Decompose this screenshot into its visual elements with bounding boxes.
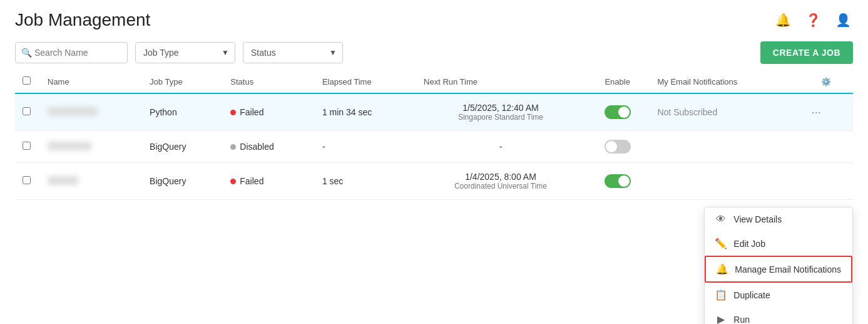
col-elapsed-time: Elapsed Time — [315, 70, 416, 93]
search-icon: 🔍 — [21, 48, 32, 58]
elapsed-time-cell: - — [315, 131, 416, 163]
row-actions-button[interactable]: ··· — [807, 103, 826, 121]
status-dot — [230, 179, 236, 184]
search-wrap: 🔍 — [15, 42, 128, 63]
next-run-cell: 1/4/2025, 8:00 AMCoordinated Universal T… — [416, 163, 585, 200]
email-notif-cell: Not Subscribed — [650, 93, 799, 131]
enable-toggle[interactable] — [605, 174, 631, 188]
job-status-cell: Failed — [223, 93, 315, 131]
col-gear[interactable]: ⚙️ — [799, 70, 853, 93]
job-type-cell: Python — [142, 93, 223, 131]
col-name: Name — [40, 70, 142, 93]
select-all-checkbox[interactable] — [23, 76, 31, 85]
next-run-time: 1/5/2025, 12:40 AM — [424, 103, 578, 113]
job-name — [40, 163, 142, 200]
email-notif-cell — [650, 163, 799, 200]
help-icon[interactable]: ❓ — [803, 10, 823, 30]
account-icon[interactable]: 👤 — [833, 10, 853, 30]
status-dropdown-wrap: Status Failed Disabled Success ▼ — [243, 42, 343, 63]
job-status-cell: Disabled — [223, 131, 315, 163]
job-name-text — [48, 176, 79, 185]
job-type-dropdown[interactable]: Job Type Python BigQuery — [135, 42, 235, 63]
elapsed-time-cell: 1 min 34 sec — [315, 93, 416, 131]
enable-toggle[interactable] — [605, 140, 631, 154]
status-label: Failed — [240, 107, 263, 117]
status-label: Failed — [240, 176, 263, 186]
enable-cell — [585, 93, 650, 131]
status-dropdown[interactable]: Status Failed Disabled Success — [243, 42, 343, 63]
row-checkbox[interactable] — [23, 142, 31, 150]
email-notif-cell — [650, 131, 799, 163]
col-status: Status — [223, 70, 315, 93]
status-label: Disabled — [240, 142, 273, 152]
row-actions-cell[interactable] — [799, 131, 853, 163]
toggle-knob — [618, 175, 630, 187]
next-run-timezone: Coordinated Universal Time — [424, 182, 578, 191]
col-next-run-time: Next Run Time — [416, 70, 585, 93]
row-actions-cell[interactable]: ··· — [799, 93, 853, 131]
table-row: PythonFailed1 min 34 sec1/5/2025, 12:40 … — [15, 93, 853, 131]
job-type-dropdown-wrap: Job Type Python BigQuery ▼ — [135, 42, 235, 63]
status-dot — [230, 110, 236, 115]
enable-cell — [585, 163, 650, 200]
jobs-table: Name Job Type Status Elapsed Time Next R… — [15, 70, 853, 200]
job-type-cell: BigQuery — [142, 131, 223, 163]
jobs-table-wrap: Name Job Type Status Elapsed Time Next R… — [0, 70, 868, 200]
col-job-type: Job Type — [142, 70, 223, 93]
next-run-time: 1/4/2025, 8:00 AM — [424, 172, 578, 182]
row-checkbox[interactable] — [23, 107, 31, 115]
enable-cell — [585, 131, 650, 163]
job-name-text — [48, 142, 91, 150]
toggle-knob — [618, 107, 630, 118]
next-run-cell: 1/5/2025, 12:40 AMSingapore Standard Tim… — [416, 93, 585, 131]
job-name-text — [48, 107, 98, 116]
job-name — [40, 131, 142, 163]
page-title: Job Management — [15, 10, 150, 30]
row-checkbox[interactable] — [23, 176, 31, 184]
col-email-notif: My Email Notifications — [650, 70, 799, 93]
next-run-cell: - — [416, 131, 585, 163]
header-icons: 🔔 ❓ 👤 — [773, 10, 853, 30]
elapsed-time-cell: 1 sec — [315, 163, 416, 200]
job-status-cell: Failed — [223, 163, 315, 200]
toolbar: 🔍 Job Type Python BigQuery ▼ Status Fail… — [0, 35, 868, 70]
table-row: BigQueryDisabled-- — [15, 131, 853, 163]
toggle-knob — [606, 141, 617, 152]
search-input[interactable] — [15, 42, 128, 63]
table-row: BigQueryFailed1 sec1/4/2025, 8:00 AMCoor… — [15, 163, 853, 200]
create-job-button[interactable]: CREATE A JOB — [760, 41, 853, 64]
job-name — [40, 93, 142, 131]
job-type-cell: BigQuery — [142, 163, 223, 200]
status-dot — [230, 144, 236, 150]
enable-toggle[interactable] — [605, 105, 631, 119]
col-enable: Enable — [585, 70, 650, 93]
next-run-timezone: Singapore Standard Time — [424, 113, 578, 122]
row-actions-cell[interactable] — [799, 163, 853, 200]
notification-icon[interactable]: 🔔 — [773, 10, 793, 30]
